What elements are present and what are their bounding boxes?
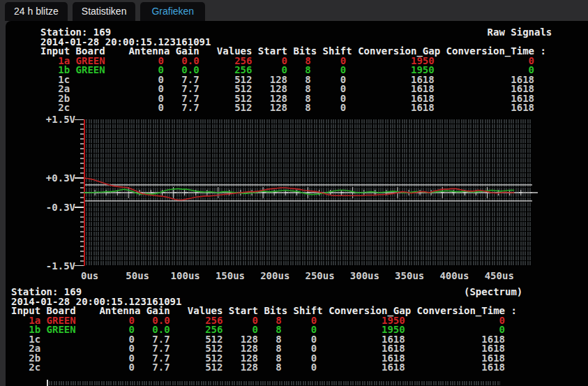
- x-axis-label: 200us: [260, 270, 289, 281]
- x-axis-label: 450us: [485, 270, 514, 281]
- y-axis-label: +0.3V: [33, 172, 75, 184]
- spectrum-chart-clipped: [49, 380, 500, 386]
- y-axis-label: +1.5V: [33, 114, 75, 125]
- x-axis-label: 350us: [395, 270, 424, 281]
- x-axis-label: 250us: [306, 270, 335, 281]
- raw-signals-text-block: Station: 169 Raw Signals2014-01-28 20:00…: [40, 28, 552, 113]
- tab-grafieken[interactable]: Grafieken: [140, 2, 205, 21]
- spectrum-text-block: Station: 169 (Spectrum)2014-01-28 20:00:…: [11, 288, 522, 373]
- x-axis-label: 100us: [171, 270, 200, 281]
- tab-statistiken[interactable]: Statistiken: [73, 2, 136, 21]
- y-axis-label: -1.5V: [33, 260, 75, 272]
- y-axis-ticks: [73, 119, 84, 266]
- x-axis-label: 300us: [350, 270, 379, 281]
- trace-channel-red: [84, 178, 514, 200]
- terminal-panel: Station: 169 Raw Signals2014-01-28 20:00…: [6, 21, 588, 386]
- table-row: 2c 0 7.7 512 128 8 0 1618 1618: [40, 103, 552, 113]
- spectrum-axis-tick: [47, 380, 48, 386]
- x-axis-label: 50us: [126, 270, 149, 281]
- app-window: 24 h blitzeStatistikenGrafieken Station:…: [0, 0, 588, 386]
- x-axis-label: 0us: [81, 270, 98, 281]
- y-axis-label: -0.3V: [33, 202, 75, 213]
- x-axis-label: 150us: [216, 270, 245, 281]
- tab-bar: 24 h blitzeStatistikenGrafieken: [0, 0, 588, 21]
- tab-24-h-blitze[interactable]: 24 h blitze: [5, 2, 68, 21]
- raw-signals-chart: [84, 119, 532, 266]
- table-row: 2c 0 7.7 512 128 8 0 1618 1618: [11, 363, 522, 373]
- x-axis-label: 400us: [439, 270, 469, 281]
